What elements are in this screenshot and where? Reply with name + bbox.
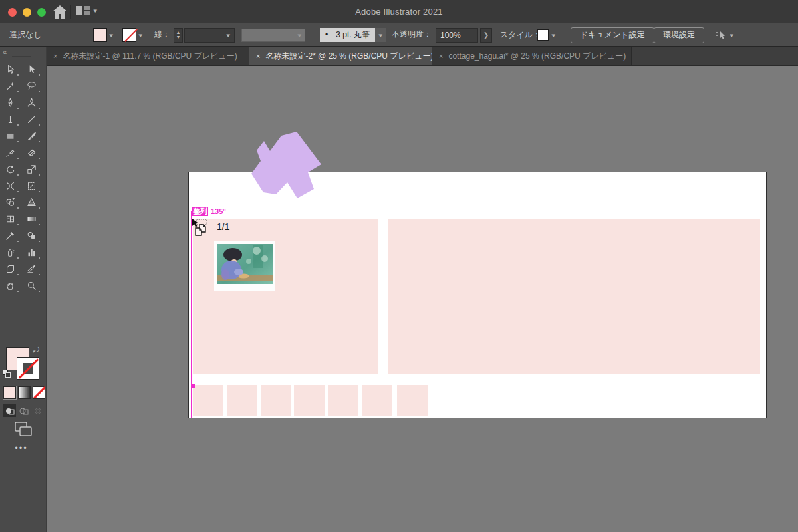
pen-tool[interactable]	[0, 94, 21, 110]
swap-fill-stroke-icon[interactable]: ⤾	[33, 346, 39, 354]
blend-tool[interactable]	[21, 227, 42, 243]
hand-tool[interactable]	[0, 277, 21, 293]
rotate-tool[interactable]	[0, 161, 21, 177]
stroke-none-swatch[interactable]	[122, 28, 136, 42]
document-tabbar: ×名称未設定-1 @ 111.7 % (RGB/CPU プレビュー)×名称未設定…	[47, 47, 798, 66]
tool-panel	[0, 56, 43, 293]
chevron-down-icon[interactable]: ▾	[375, 28, 386, 42]
mesh-tool[interactable]	[0, 211, 21, 227]
document-tab-3[interactable]: ×cottage_hagu.ai* @ 25 % (RGB/CPU プレビュー)	[432, 47, 632, 65]
curvature-tool[interactable]	[21, 94, 42, 110]
layout-tile-7[interactable]	[397, 385, 428, 416]
color-button[interactable]	[3, 386, 16, 399]
style-control[interactable]: ▾	[537, 23, 555, 47]
chevron-down-icon[interactable]: ▾	[551, 32, 555, 39]
gradient-tool[interactable]	[21, 211, 42, 227]
rectangle-tool[interactable]	[0, 128, 21, 144]
magic-wand-tool[interactable]	[0, 78, 21, 94]
guide-anchor	[192, 384, 195, 388]
perspective-grid-tool[interactable]	[21, 194, 42, 210]
opacity-label[interactable]: 不透明度：	[392, 23, 432, 47]
scale-tool[interactable]	[21, 161, 42, 177]
tab-label: cottage_hagu.ai* @ 25 % (RGB/CPU プレビュー)	[448, 51, 626, 62]
close-tab-icon[interactable]: ×	[439, 52, 443, 60]
collapse-panel-button[interactable]: «	[3, 48, 6, 56]
slice-tool[interactable]	[21, 261, 42, 277]
shaper-tool[interactable]	[0, 144, 21, 160]
free-transform-tool[interactable]	[21, 178, 42, 194]
window-titlebar: ▾ Adobe Illustrator 2021	[0, 0, 798, 23]
brush-combobox[interactable]: • 3 pt. 丸筆 ▾	[320, 23, 386, 47]
layout-rect-right[interactable]	[388, 219, 760, 374]
stroke-profile-dropdown[interactable]: ▾	[241, 23, 305, 47]
chevron-down-icon[interactable]: ▾	[138, 32, 142, 39]
brush-value: • 3 pt. 丸筆	[320, 28, 375, 42]
layout-tile-1[interactable]	[193, 385, 223, 416]
direct-selection-tool[interactable]	[21, 61, 42, 77]
edit-toolbar-button[interactable]: •••	[0, 443, 43, 453]
window-title: Adobe Illustrator 2021	[0, 0, 798, 23]
symbol-sprayer-tool[interactable]	[0, 244, 21, 260]
chevron-down-icon: ▾	[730, 32, 733, 39]
draw-behind-icon[interactable]	[17, 404, 30, 417]
selection-tool[interactable]	[0, 61, 21, 77]
line-segment-tool[interactable]	[21, 111, 42, 127]
document-tab-1[interactable]: ×名称未設定-1 @ 111.7 % (RGB/CPU プレビュー)	[47, 47, 249, 65]
panel-drag-handle[interactable]	[12, 56, 31, 57]
shape-builder-tool[interactable]	[0, 194, 21, 210]
preferences-button[interactable]: 環境設定	[654, 27, 704, 43]
place-count: 1/1	[217, 221, 229, 232]
gradient-icon	[26, 213, 37, 225]
document-tab-2[interactable]: ×名称未設定-2* @ 25 % (RGB/CPU プレビュー)	[249, 47, 432, 65]
stroke-weight-stepper[interactable]: ▲▼	[174, 23, 183, 47]
none-button[interactable]	[33, 386, 45, 399]
screen-mode-button[interactable]	[14, 421, 33, 437]
symbol-sprayer-icon	[5, 247, 16, 258]
stroke-proxy[interactable]	[17, 357, 39, 380]
layout-tile-2[interactable]	[227, 385, 257, 416]
close-tab-icon[interactable]: ×	[256, 52, 260, 60]
place-cursor: 1/1	[192, 219, 229, 237]
width-tool[interactable]	[0, 178, 21, 194]
layout-tile-4[interactable]	[294, 385, 325, 416]
zoom-tool[interactable]	[21, 277, 42, 293]
line-segment-icon	[26, 114, 37, 125]
selection-options-control[interactable]: ▾	[714, 23, 733, 47]
layout-tile-6[interactable]	[362, 385, 392, 416]
lasso-tool[interactable]	[21, 78, 42, 94]
magic-wand-icon	[5, 80, 16, 92]
color-mode-buttons	[3, 386, 45, 399]
style-swatch[interactable]	[537, 29, 549, 41]
paintbrush-tool[interactable]	[21, 128, 42, 144]
default-fill-stroke-icon[interactable]	[3, 370, 11, 378]
layout-tile-3[interactable]	[261, 385, 291, 416]
opacity-more-button[interactable]: ❯	[480, 23, 492, 47]
preferences-wrap: 環境設定	[654, 23, 704, 47]
eyedropper-tool[interactable]	[0, 227, 21, 243]
close-tab-icon[interactable]: ×	[53, 52, 57, 60]
chevron-down-icon[interactable]: ▾	[109, 32, 113, 39]
draw-normal-icon[interactable]	[3, 404, 16, 417]
layout-tile-5[interactable]	[328, 385, 358, 416]
draw-inside-icon[interactable]	[31, 404, 44, 417]
artboard[interactable]: 整列 135° 1/1	[188, 172, 767, 418]
canvas-area[interactable]: 整列 135° 1/1	[47, 66, 798, 532]
stroke-weight-dropdown[interactable]: ▾	[184, 23, 235, 47]
stroke-color-control[interactable]: ▾	[122, 23, 142, 47]
eyedropper-icon	[5, 230, 16, 241]
type-tool[interactable]	[0, 111, 21, 127]
document-setup-button[interactable]: ドキュメント設定	[571, 27, 654, 43]
tools-dock: « ⤾	[0, 47, 47, 532]
column-graph-tool[interactable]	[21, 244, 42, 260]
artboard-tool[interactable]	[0, 261, 21, 277]
style-label: スタイル：	[500, 23, 541, 47]
cursor-options-icon	[714, 30, 726, 41]
fill-swatch[interactable]	[93, 28, 107, 42]
opacity-field[interactable]: 100%	[436, 23, 478, 47]
stroke-weight-label[interactable]: 線：	[154, 23, 170, 47]
gradient-button[interactable]	[18, 386, 31, 399]
eraser-tool[interactable]	[21, 144, 42, 160]
placed-image-thumbnail[interactable]	[214, 241, 275, 291]
smart-guide-label: 整列 135°	[192, 207, 226, 216]
fill-color-control[interactable]: ▾	[93, 23, 113, 47]
